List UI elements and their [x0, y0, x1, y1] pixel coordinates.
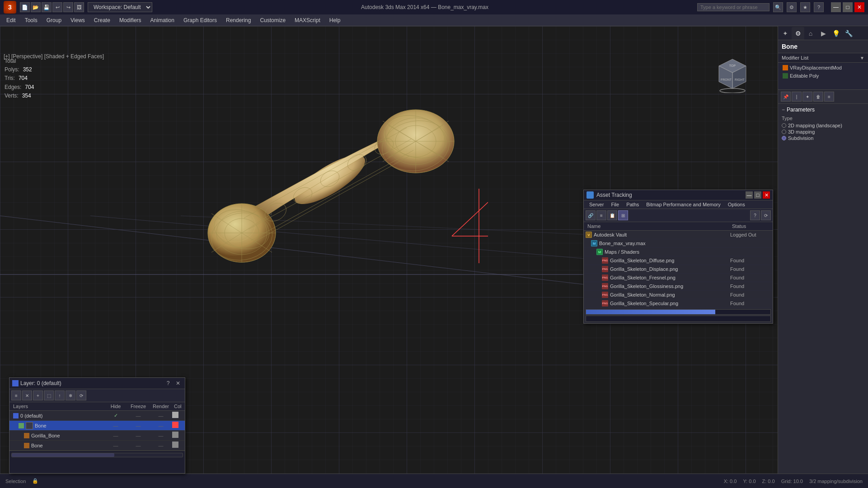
redo-btn[interactable]: ↪ — [63, 2, 73, 12]
radio-3d — [782, 130, 786, 134]
layer-tool-unfreeeze[interactable]: ⟳ — [76, 390, 86, 400]
asset-tool-help[interactable]: ? — [750, 210, 760, 220]
maximize-button[interactable]: □ — [843, 2, 853, 12]
params-collapse-btn[interactable]: − — [782, 107, 785, 113]
asset-row-displace[interactable]: PNG Gorilla_Skeleton_Displace.png Found — [584, 265, 773, 274]
asset-close-btn[interactable]: ✕ — [763, 191, 770, 199]
asset-menu-server[interactable]: Server — [586, 201, 607, 208]
asset-progress-bar-container — [586, 309, 771, 315]
asset-panel-win-btns: — □ ✕ — [746, 191, 770, 199]
rp-tab-create[interactable]: ✦ — [779, 27, 792, 40]
layer-panel: Layer: 0 (default) ? ✕ ≡ ✕ + ⬚ ↑ ❄ ⟳ Lay… — [9, 377, 185, 474]
rp-tab-utilities[interactable]: 🔧 — [842, 27, 855, 40]
menu-views[interactable]: Views — [66, 16, 89, 24]
asset-panel-title: Asset Tracking — [586, 191, 632, 199]
asset-menu-file[interactable]: File — [607, 201, 623, 208]
menu-modifiers[interactable]: Modifiers — [115, 16, 146, 24]
rp-tab-hierarchy[interactable]: ⌂ — [804, 27, 817, 40]
layer-row-bone2[interactable]: Bone — — — — [9, 441, 185, 451]
pin-stack-btn[interactable]: 📌 — [781, 92, 791, 102]
asset-menu-options[interactable]: Options — [724, 201, 749, 208]
asset-row-normal[interactable]: PNG Gorilla_Skeleton_Normal.png Found — [584, 291, 773, 299]
asset-panel-menubar: Server File Paths Bitmap Performance and… — [584, 200, 773, 209]
rp-tab-display[interactable]: 💡 — [830, 27, 842, 40]
layer-row-bone[interactable]: Bone — — — — [9, 421, 185, 431]
save-btn[interactable]: 💾 — [42, 2, 52, 12]
menu-group[interactable]: Group — [42, 16, 66, 24]
menu-rendering[interactable]: Rendering — [221, 16, 255, 24]
menu-help[interactable]: Help — [325, 16, 345, 24]
menu-create[interactable]: Create — [89, 16, 115, 24]
layer-tool-layers[interactable]: ≡ — [11, 390, 21, 400]
view-cube[interactable]: TOP FRONT RIGHT — [714, 57, 751, 93]
asset-row-fresnel[interactable]: PNG Gorilla_Skeleton_Fresnel.png Found — [584, 274, 773, 282]
layer-tool-add[interactable]: + — [33, 390, 43, 400]
menu-edit[interactable]: Edit — [2, 16, 20, 24]
star-btn[interactable]: ★ — [800, 2, 810, 12]
search-btn[interactable]: 🔍 — [773, 2, 783, 12]
workspace-selector[interactable]: Workspace: Default — [88, 2, 152, 12]
type-option-subdivision[interactable]: Subdivision — [782, 135, 864, 141]
layer-tool-freeze-sel[interactable]: ❄ — [66, 390, 75, 400]
open-btn[interactable]: 📂 — [31, 2, 41, 12]
layer-row-default[interactable]: 0 (default) ✓ — — — [9, 411, 185, 421]
layer-row-gorilla-bone[interactable]: Gorilla_Bone — — — — [9, 431, 185, 441]
modifier-item-epoly[interactable]: Editable Poly — [779, 72, 867, 80]
asset-menu-paths[interactable]: Paths — [623, 201, 643, 208]
asset-row-diffuse[interactable]: PNG Gorilla_Skeleton_Diffuse.png Found — [584, 256, 773, 265]
layer-close-btn[interactable]: ✕ — [174, 379, 182, 387]
asset-row-vault[interactable]: V Autodesk Vault Logged Out — [584, 231, 773, 239]
bone-mesh[interactable] — [172, 62, 488, 297]
asset-tool-refresh[interactable]: ⟳ — [761, 210, 771, 220]
search-input[interactable] — [697, 3, 769, 11]
menu-graph-editors[interactable]: Graph Editors — [179, 16, 221, 24]
selected-object-name: Bone — [778, 40, 868, 53]
make-unique-btn[interactable]: ✦ — [802, 92, 812, 102]
help-btn[interactable]: ? — [814, 2, 824, 12]
asset-tool-1[interactable]: 🔗 — [586, 210, 596, 220]
show-result-btn[interactable]: | — [792, 92, 802, 102]
layer-tool-delete[interactable]: ✕ — [22, 390, 32, 400]
close-button[interactable]: ✕ — [854, 2, 864, 12]
layer-scrollbar[interactable] — [11, 453, 183, 457]
asset-panel-titlebar[interactable]: Asset Tracking — □ ✕ — [584, 190, 773, 200]
modifier-toolbar: 📌 | ✦ 🗑 ≡ — [778, 90, 868, 104]
asset-menu-bitmap[interactable]: Bitmap Performance and Memory — [643, 201, 724, 208]
asset-progress-bar — [586, 310, 715, 314]
layer-help-btn[interactable]: ? — [164, 379, 172, 387]
type-option-2d[interactable]: 2D mapping (landscape) — [782, 123, 864, 128]
window-controls: — □ ✕ — [831, 2, 864, 12]
asset-tool-2[interactable]: ≡ — [596, 210, 606, 220]
bone-layer-checkbox[interactable] — [26, 422, 33, 429]
layer-tool-move[interactable]: ↑ — [55, 390, 65, 400]
configure-btn[interactable]: ≡ — [824, 92, 834, 102]
layer-tool-select[interactable]: ⬚ — [44, 390, 54, 400]
undo-btn[interactable]: ↩ — [52, 2, 62, 12]
status-lock[interactable]: 🔒 — [30, 478, 40, 484]
modifier-list-dropdown[interactable]: ▼ — [860, 56, 864, 60]
asset-tool-3[interactable]: 📋 — [607, 210, 617, 220]
asset-tracking-panel: Asset Tracking — □ ✕ Server File Paths B… — [583, 190, 773, 324]
type-option-3d[interactable]: 3D mapping — [782, 129, 864, 135]
asset-row-glossiness[interactable]: PNG Gorilla_Skeleton_Glossiness.png Foun… — [584, 282, 773, 291]
menu-tools[interactable]: Tools — [20, 16, 42, 24]
rp-tab-motion[interactable]: ▶ — [817, 27, 830, 40]
settings-btn[interactable]: ⚙ — [787, 2, 797, 12]
minimize-button[interactable]: — — [831, 2, 841, 12]
new-btn[interactable]: 📄 — [20, 2, 30, 12]
rp-tab-modify[interactable]: ⚙ — [792, 27, 804, 40]
asset-row-maps[interactable]: M Maps / Shaders — [584, 248, 773, 256]
menu-maxscript[interactable]: MAXScript — [290, 16, 325, 24]
asset-row-specular[interactable]: PNG Gorilla_Skeleton_Specular.png Found — [584, 299, 773, 308]
modifier-item-vray[interactable]: VRayDisplacementMod — [779, 64, 867, 72]
menu-customize[interactable]: Customize — [255, 16, 290, 24]
gorilla-bone-icon — [24, 433, 29, 438]
render-prev-btn[interactable]: 🖼 — [74, 2, 84, 12]
asset-row-max[interactable]: M Bone_max_vray.max — [584, 239, 773, 248]
remove-modifier-btn[interactable]: 🗑 — [813, 92, 823, 102]
asset-maximize-btn[interactable]: □ — [754, 191, 761, 199]
asset-tool-4[interactable]: ⊞ — [618, 210, 628, 220]
right-panel: ✦ ⚙ ⌂ ▶ 💡 🔧 Bone Modifier List ▼ VRayDis… — [778, 26, 868, 474]
asset-minimize-btn[interactable]: — — [746, 191, 753, 199]
menu-animation[interactable]: Animation — [146, 16, 179, 24]
